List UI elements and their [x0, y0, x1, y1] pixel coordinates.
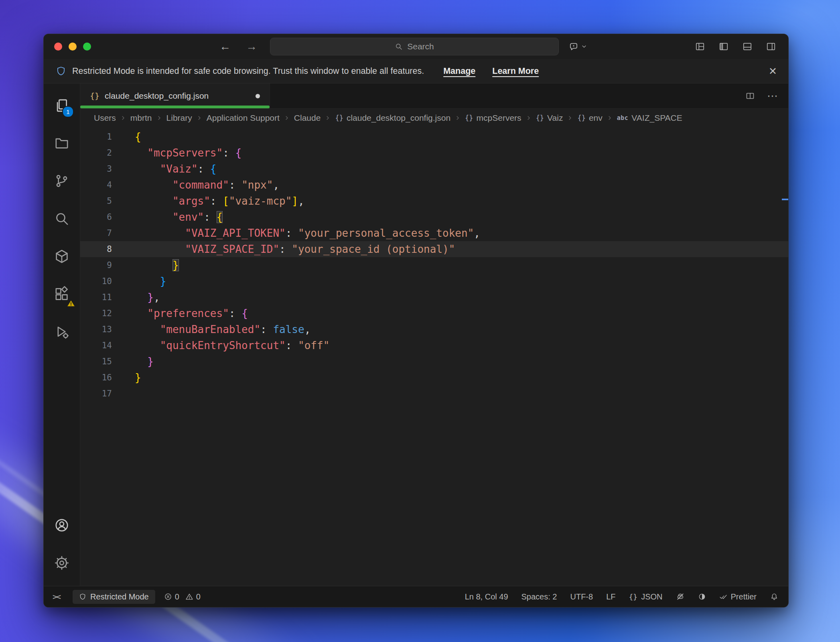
- remote-indicator-icon[interactable]: ><: [49, 592, 64, 601]
- zoom-window-button[interactable]: [83, 43, 91, 51]
- activity-bar-item-source-control[interactable]: [44, 162, 80, 200]
- error-icon: [164, 593, 172, 601]
- minimize-window-button[interactable]: [69, 43, 77, 51]
- modified-dot-icon[interactable]: [256, 94, 260, 98]
- activity-bar-item-folder[interactable]: [44, 124, 80, 162]
- code-editor[interactable]: 1{2 "mcpServers": {3 "Vaiz": {4 "command…: [80, 127, 788, 586]
- json-symbol-icon: {}: [536, 114, 544, 122]
- indentation-status[interactable]: Spaces: 2: [521, 592, 557, 601]
- package-icon: [54, 248, 70, 264]
- more-actions-icon[interactable]: ⋯: [767, 91, 778, 102]
- manage-link[interactable]: Manage: [443, 66, 475, 76]
- command-center-search[interactable]: Search: [270, 38, 559, 55]
- activity-bar-item-explorer[interactable]: 1: [44, 87, 80, 124]
- activity-bar-item-settings[interactable]: [44, 544, 80, 582]
- customize-layout-icon[interactable]: [695, 41, 705, 52]
- back-arrow-icon[interactable]: ←: [219, 41, 231, 52]
- problems-status[interactable]: 0 0: [164, 592, 204, 601]
- theme-contrast-icon[interactable]: [698, 593, 706, 601]
- line-number: 4: [80, 177, 112, 193]
- copilot-chat-button[interactable]: [568, 41, 587, 52]
- breadcrumb-item[interactable]: Users: [94, 113, 116, 123]
- code-text: "VAIZ_API_TOKEN": "your_personal_access_…: [135, 225, 480, 241]
- line-number: 3: [80, 161, 112, 177]
- breadcrumb-item[interactable]: {}env: [577, 113, 602, 123]
- code-line[interactable]: 17: [80, 386, 788, 402]
- close-window-button[interactable]: [54, 43, 62, 51]
- language-mode-status[interactable]: {} JSON: [629, 592, 663, 601]
- code-line[interactable]: 10 }: [80, 273, 788, 289]
- line-number: 15: [80, 354, 112, 370]
- restricted-mode-label: Restricted Mode: [90, 592, 149, 601]
- chevron-down-icon: [581, 43, 587, 50]
- code-line[interactable]: 1{: [80, 129, 788, 145]
- code-line[interactable]: 4 "command": "npx",: [80, 177, 788, 193]
- breadcrumb-label: mbrtn: [130, 113, 152, 123]
- toggle-panel-icon[interactable]: [742, 41, 753, 52]
- warning-badge-icon: [67, 299, 75, 308]
- double-check-icon: [719, 593, 727, 601]
- code-line[interactable]: 16}: [80, 370, 788, 386]
- breadcrumb-item[interactable]: abcVAIZ_SPACE: [617, 113, 682, 123]
- activity-bar-item-search[interactable]: [44, 200, 80, 238]
- code-line[interactable]: 15 }: [80, 354, 788, 370]
- status-bar-right: Ln 8, Col 49 Spaces: 2 UTF-8 LF {} JSON …: [465, 592, 779, 601]
- toggle-secondary-sidebar-icon[interactable]: [766, 41, 776, 52]
- warning-count: 0: [196, 592, 201, 601]
- formatter-status[interactable]: Prettier: [719, 592, 757, 601]
- code-line[interactable]: 7 "VAIZ_API_TOKEN": "your_personal_acces…: [80, 225, 788, 241]
- forward-arrow-icon[interactable]: →: [246, 41, 257, 52]
- line-number: 17: [80, 386, 112, 402]
- main-area: 1 {} claude_desktop_config.json ⋯ Usersm…: [44, 83, 788, 586]
- breadcrumb-item[interactable]: {}Vaiz: [536, 113, 563, 123]
- code-line[interactable]: 9 }: [80, 257, 788, 273]
- code-line[interactable]: 2 "mcpServers": {: [80, 145, 788, 161]
- code-line[interactable]: 5 "args": ["vaiz-mcp"],: [80, 193, 788, 209]
- explorer-badge: 1: [62, 106, 74, 118]
- breadcrumb-label: Library: [166, 113, 192, 123]
- json-symbol-icon: {}: [335, 114, 343, 122]
- breadcrumb-label: Users: [94, 113, 116, 123]
- cursor-position-status[interactable]: Ln 8, Col 49: [465, 592, 508, 601]
- code-line[interactable]: 6 "env": {: [80, 209, 788, 225]
- banner-close-icon[interactable]: ✕: [769, 66, 777, 76]
- code-line[interactable]: 14 "quickEntryShortcut": "off": [80, 337, 788, 354]
- breadcrumb-item[interactable]: Claude: [294, 113, 321, 123]
- language-label: JSON: [641, 592, 662, 601]
- title-bar: ← → Search: [44, 34, 788, 59]
- eol-status[interactable]: LF: [606, 592, 615, 601]
- breadcrumb-item[interactable]: mbrtn: [130, 113, 152, 123]
- breadcrumb-label: Vaiz: [547, 113, 563, 123]
- breadcrumb-item[interactable]: Application Support: [207, 113, 280, 123]
- breadcrumb-label: claude_desktop_config.json: [347, 113, 450, 123]
- code-line[interactable]: 11 },: [80, 289, 788, 305]
- toggle-primary-sidebar-icon[interactable]: [718, 41, 729, 52]
- copilot-disabled-icon[interactable]: [676, 592, 685, 601]
- line-number: 11: [80, 289, 112, 305]
- settings-icon: [54, 555, 70, 571]
- encoding-status[interactable]: UTF-8: [570, 592, 593, 601]
- breadcrumb-item[interactable]: {}mcpServers: [465, 113, 521, 123]
- breadcrumb-item[interactable]: Library: [166, 113, 192, 123]
- breadcrumb-label: Claude: [294, 113, 321, 123]
- string-symbol-icon: abc: [617, 114, 629, 122]
- json-symbol-icon: {}: [465, 114, 473, 122]
- activity-bar-item-package[interactable]: [44, 238, 80, 275]
- code-line[interactable]: 12 "preferences": {: [80, 305, 788, 321]
- notifications-bell-icon[interactable]: [770, 592, 779, 601]
- activity-bar-item-account[interactable]: [44, 506, 80, 544]
- code-line[interactable]: 8 "VAIZ_SPACE_ID": "your_space_id (optio…: [80, 241, 788, 257]
- activity-bar-item-run-debug[interactable]: [44, 313, 80, 351]
- json-file-icon: {}: [90, 91, 99, 101]
- tab-claude-desktop-config[interactable]: {} claude_desktop_config.json: [80, 83, 270, 108]
- code-line[interactable]: 13 "menuBarEnabled": false,: [80, 321, 788, 337]
- restricted-mode-status[interactable]: Restricted Mode: [73, 590, 155, 604]
- code-line[interactable]: 3 "Vaiz": {: [80, 161, 788, 177]
- split-editor-icon[interactable]: [745, 91, 755, 101]
- status-bar: >< Restricted Mode 0 0 Ln 8, Col 49 Spac…: [44, 586, 788, 607]
- learn-more-link[interactable]: Learn More: [492, 66, 539, 76]
- search-icon: [395, 43, 403, 51]
- breadcrumb-item[interactable]: {}claude_desktop_config.json: [335, 113, 450, 123]
- chevron-right-icon: [526, 115, 532, 121]
- activity-bar-item-extensions[interactable]: [44, 275, 80, 313]
